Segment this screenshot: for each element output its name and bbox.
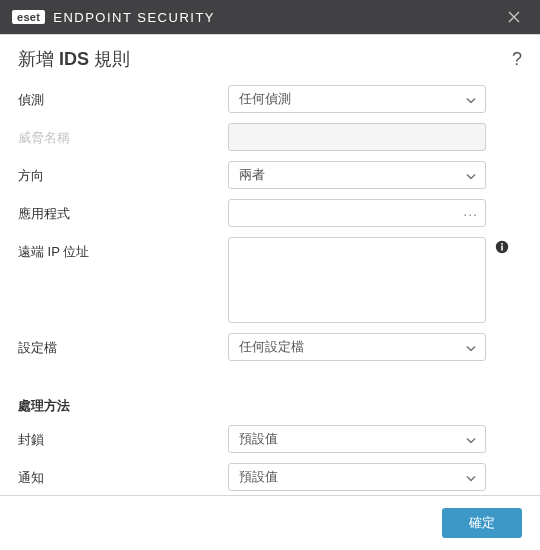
label-direction: 方向 <box>18 161 228 185</box>
info-icon[interactable] <box>494 239 510 255</box>
block-select[interactable]: 預設值 <box>228 425 486 453</box>
label-block: 封鎖 <box>18 425 228 449</box>
application-input[interactable] <box>228 199 486 227</box>
dialog-header: 新增 IDS 規則 ? <box>0 34 540 81</box>
brand-title: ENDPOINT SECURITY <box>53 10 215 25</box>
profile-select[interactable]: 任何設定檔 <box>228 333 486 361</box>
label-remote-ip: 遠端 IP 位址 <box>18 237 228 261</box>
help-icon[interactable]: ? <box>512 49 522 70</box>
label-profile: 設定檔 <box>18 333 228 357</box>
threat-name-input <box>228 123 486 151</box>
form: 偵測 任何偵測 威脅名稱 方向 兩者 應用程式 <box>0 81 540 529</box>
label-threat-name: 威脅名稱 <box>18 123 228 147</box>
label-detection: 偵測 <box>18 85 228 109</box>
remote-ip-input[interactable] <box>228 237 486 323</box>
label-method-header: 處理方法 <box>18 391 228 415</box>
direction-select[interactable]: 兩者 <box>228 161 486 189</box>
svg-rect-3 <box>501 246 503 251</box>
label-notify: 通知 <box>18 463 228 487</box>
close-icon[interactable] <box>500 0 528 34</box>
page-title: 新增 IDS 規則 <box>18 47 130 71</box>
ok-button[interactable]: 確定 <box>442 508 522 538</box>
svg-rect-4 <box>501 243 503 245</box>
dialog-footer: 確定 <box>0 495 540 550</box>
detection-select[interactable]: 任何偵測 <box>228 85 486 113</box>
brand-logo: eset <box>12 10 45 24</box>
titlebar: eset ENDPOINT SECURITY <box>0 0 540 34</box>
label-application: 應用程式 <box>18 199 228 223</box>
browse-icon[interactable]: ... <box>463 203 478 219</box>
notify-select[interactable]: 預設值 <box>228 463 486 491</box>
